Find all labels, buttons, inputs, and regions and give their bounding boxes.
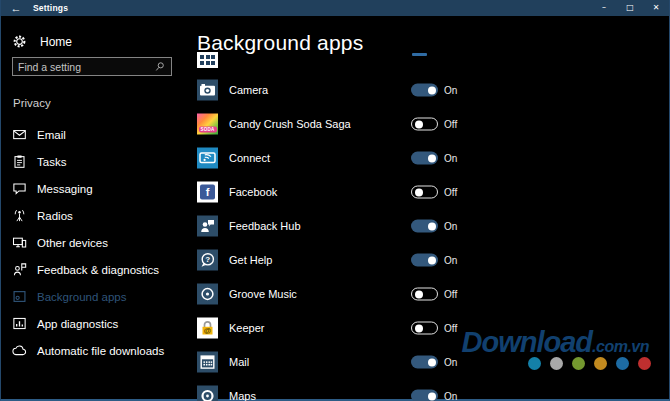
- radios-icon: [12, 208, 27, 223]
- toggle-state-label: Off: [444, 119, 457, 130]
- feedback-hub-app-icon: [197, 216, 218, 237]
- toggle-state-label: On: [444, 85, 457, 96]
- back-arrow-icon[interactable]: ←: [1, 0, 31, 16]
- svg-text:?: ?: [205, 255, 210, 264]
- toggle-connect[interactable]: [411, 152, 438, 165]
- get-help-app-icon: ?: [197, 250, 218, 271]
- tasks-icon: [12, 154, 27, 169]
- camera-app-icon: [197, 80, 218, 101]
- sidebar-nav: Email Tasks Messaging: [1, 121, 190, 364]
- sidebar-item-label: Other devices: [37, 237, 108, 249]
- maps-app-icon: [197, 386, 218, 401]
- search-box[interactable]: [12, 57, 172, 76]
- window-controls: – □ ✕: [591, 0, 669, 16]
- toggle-camera[interactable]: [411, 84, 438, 97]
- watermark-dot: [550, 357, 563, 370]
- sidebar-item-label: Email: [37, 129, 66, 141]
- connect-app-icon: [197, 148, 218, 169]
- watermark-dot: [638, 357, 651, 370]
- titlebar: ← Settings – □ ✕: [1, 0, 669, 16]
- app-row-maps: Maps On: [191, 379, 668, 401]
- watermark-dot: [594, 357, 607, 370]
- privacy-section-label: Privacy: [13, 97, 51, 109]
- cloud-icon: [12, 343, 27, 358]
- app-diagnostics-icon: [12, 316, 27, 331]
- watermark-dot: [528, 357, 541, 370]
- toggle-candy-crush[interactable]: [411, 118, 438, 131]
- toggle-keeper[interactable]: [411, 322, 438, 335]
- groove-music-app-icon: [197, 284, 218, 305]
- background-apps-icon: [12, 289, 27, 304]
- watermark-dots: [528, 357, 651, 370]
- sidebar-item-app-diagnostics[interactable]: App diagnostics: [1, 310, 190, 337]
- toggle-mail[interactable]: [411, 356, 438, 369]
- toggle-state-label: On: [444, 357, 457, 368]
- sidebar-item-label: Background apps: [37, 291, 127, 303]
- app-row-groove-music: Groove Music Off: [191, 277, 668, 311]
- sidebar-item-automatic-file-downloads[interactable]: Automatic file downloads: [1, 337, 190, 364]
- minimize-icon[interactable]: –: [591, 0, 617, 16]
- app-name: Connect: [229, 152, 270, 164]
- app-row-candy-crush: SODA Candy Crush Soda Saga Off: [191, 107, 668, 141]
- sidebar-item-other-devices[interactable]: Other devices: [1, 229, 190, 256]
- toggle-state-label: On: [444, 255, 457, 266]
- messaging-icon: [12, 181, 27, 196]
- toggle-state-label: Off: [444, 187, 457, 198]
- other-devices-icon: [12, 235, 27, 250]
- sidebar-item-label: App diagnostics: [37, 318, 118, 330]
- sidebar-item-background-apps[interactable]: Background apps: [1, 283, 190, 310]
- watermark-dot: [572, 357, 585, 370]
- window-title: Settings: [33, 3, 68, 13]
- email-icon: [12, 127, 27, 142]
- toggle-feedback-hub[interactable]: [411, 220, 438, 233]
- sidebar-item-label: Tasks: [37, 156, 66, 168]
- app-name: Feedback Hub: [229, 220, 301, 232]
- feedback-diagnostics-icon: [12, 262, 27, 277]
- toggle-maps[interactable]: [411, 390, 438, 401]
- sidebar-item-home[interactable]: Home: [12, 34, 72, 49]
- sidebar-item-label: Feedback & diagnostics: [37, 264, 159, 276]
- search-input[interactable]: [18, 61, 154, 73]
- sidebar-item-email[interactable]: Email: [1, 121, 190, 148]
- partial-toggle[interactable]: [412, 53, 427, 56]
- app-row-get-help: ? Get Help On: [191, 243, 668, 277]
- app-tile-grid-icon: [197, 52, 218, 68]
- toggle-groove-music[interactable]: [411, 288, 438, 301]
- app-name: Keeper: [229, 322, 264, 334]
- gear-icon: [12, 34, 27, 49]
- toggle-state-label: On: [444, 391, 457, 401]
- mail-app-icon: [197, 352, 218, 373]
- sidebar-item-label: Messaging: [37, 183, 93, 195]
- watermark-text: Download.com.vn: [461, 326, 649, 359]
- app-name: Groove Music: [229, 288, 297, 300]
- maximize-icon[interactable]: □: [617, 0, 643, 16]
- app-name: Candy Crush Soda Saga: [229, 118, 351, 130]
- app-row-connect: Connect On: [191, 141, 668, 175]
- sidebar-item-messaging[interactable]: Messaging: [1, 175, 190, 202]
- sidebar-item-feedback-diagnostics[interactable]: Feedback & diagnostics: [1, 256, 190, 283]
- app-name: Facebook: [229, 186, 277, 198]
- app-row-feedback-hub: Feedback Hub On: [191, 209, 668, 243]
- candy-crush-app-icon: SODA: [197, 114, 218, 135]
- sidebar-item-radios[interactable]: Radios: [1, 202, 190, 229]
- toggle-state-label: Off: [444, 323, 457, 334]
- app-row-facebook: f Facebook Off: [191, 175, 668, 209]
- toggle-get-help[interactable]: [411, 254, 438, 267]
- svg-text:@: @: [204, 326, 211, 335]
- sidebar-item-label: Radios: [37, 210, 73, 222]
- toggle-facebook[interactable]: [411, 186, 438, 199]
- toggle-state-label: On: [444, 153, 457, 164]
- page-title: Background apps: [197, 31, 363, 55]
- app-name: Maps: [229, 390, 256, 401]
- sidebar-item-label: Automatic file downloads: [37, 345, 164, 357]
- search-icon[interactable]: [154, 61, 166, 73]
- watermark-dot: [616, 357, 629, 370]
- settings-window: ← Settings – □ ✕ Home: [0, 0, 670, 401]
- app-name: Camera: [229, 84, 268, 96]
- keeper-app-icon: @: [197, 318, 218, 339]
- sidebar-item-tasks[interactable]: Tasks: [1, 148, 190, 175]
- app-name: Get Help: [229, 254, 272, 266]
- close-icon[interactable]: ✕: [643, 0, 669, 16]
- toggle-state-label: Off: [444, 289, 457, 300]
- home-label: Home: [40, 35, 72, 49]
